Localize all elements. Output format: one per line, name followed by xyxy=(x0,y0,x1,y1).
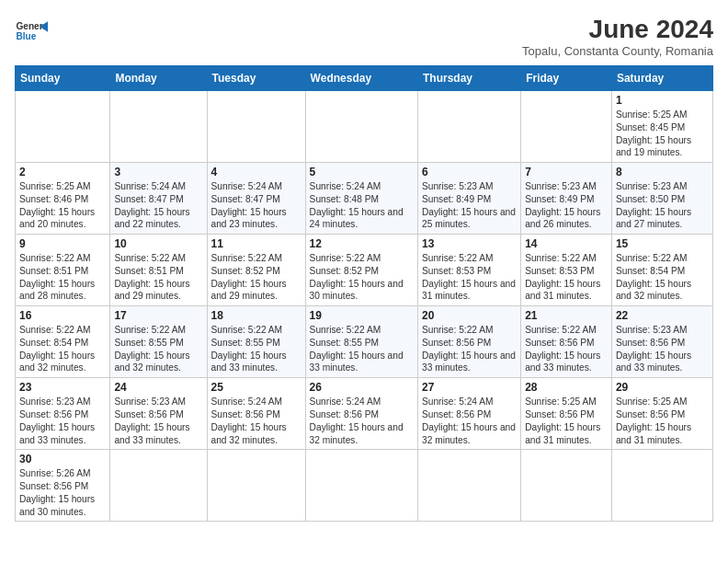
logo-icon: General Blue xyxy=(15,15,48,48)
day-number: 28 xyxy=(525,381,608,394)
calendar-subtitle: Topalu, Constanta County, Romania xyxy=(522,44,713,58)
day-info: Sunrise: 5:22 AM Sunset: 8:55 PM Dayligh… xyxy=(114,324,202,374)
calendar-cell xyxy=(305,450,417,522)
calendar-cell: 9Sunrise: 5:22 AM Sunset: 8:51 PM Daylig… xyxy=(16,235,110,306)
calendar-body: 1Sunrise: 5:25 AM Sunset: 8:45 PM Daylig… xyxy=(16,91,713,522)
calendar-cell xyxy=(305,91,417,163)
day-number: 26 xyxy=(310,381,414,394)
day-info: Sunrise: 5:25 AM Sunset: 8:46 PM Dayligh… xyxy=(19,180,106,231)
day-number: 8 xyxy=(616,166,709,178)
calendar-cell xyxy=(110,450,207,522)
day-info: Sunrise: 5:23 AM Sunset: 8:50 PM Dayligh… xyxy=(616,180,709,231)
day-number: 3 xyxy=(114,166,202,178)
day-number: 17 xyxy=(114,309,202,322)
calendar-cell: 1Sunrise: 5:25 AM Sunset: 8:45 PM Daylig… xyxy=(611,91,712,163)
day-info: Sunrise: 5:24 AM Sunset: 8:47 PM Dayligh… xyxy=(114,180,202,231)
calendar-cell: 19Sunrise: 5:22 AM Sunset: 8:55 PM Dayli… xyxy=(305,306,417,378)
day-info: Sunrise: 5:24 AM Sunset: 8:56 PM Dayligh… xyxy=(310,396,414,446)
calendar-cell xyxy=(207,91,305,163)
day-info: Sunrise: 5:24 AM Sunset: 8:56 PM Dayligh… xyxy=(422,396,517,446)
calendar-cell: 28Sunrise: 5:25 AM Sunset: 8:56 PM Dayli… xyxy=(521,378,612,450)
day-number: 19 xyxy=(310,309,414,322)
day-number: 9 xyxy=(19,237,106,250)
day-number: 2 xyxy=(19,166,106,178)
day-info: Sunrise: 5:22 AM Sunset: 8:55 PM Dayligh… xyxy=(310,324,414,374)
day-number: 21 xyxy=(525,309,608,322)
day-info: Sunrise: 5:22 AM Sunset: 8:56 PM Dayligh… xyxy=(525,324,608,374)
day-number: 20 xyxy=(422,309,517,322)
calendar-cell: 30Sunrise: 5:26 AM Sunset: 8:56 PM Dayli… xyxy=(16,450,110,522)
calendar-cell: 20Sunrise: 5:22 AM Sunset: 8:56 PM Dayli… xyxy=(417,306,520,378)
day-info: Sunrise: 5:23 AM Sunset: 8:49 PM Dayligh… xyxy=(422,180,517,231)
day-info: Sunrise: 5:22 AM Sunset: 8:52 PM Dayligh… xyxy=(211,252,301,303)
calendar-cell: 11Sunrise: 5:22 AM Sunset: 8:52 PM Dayli… xyxy=(207,235,305,306)
calendar-cell: 24Sunrise: 5:23 AM Sunset: 8:56 PM Dayli… xyxy=(110,378,207,450)
day-info: Sunrise: 5:26 AM Sunset: 8:56 PM Dayligh… xyxy=(19,467,106,518)
calendar-cell: 5Sunrise: 5:24 AM Sunset: 8:48 PM Daylig… xyxy=(305,163,417,235)
day-info: Sunrise: 5:22 AM Sunset: 8:51 PM Dayligh… xyxy=(114,252,202,303)
calendar-cell: 10Sunrise: 5:22 AM Sunset: 8:51 PM Dayli… xyxy=(110,235,207,306)
day-number: 12 xyxy=(310,237,414,250)
calendar-cell: 4Sunrise: 5:24 AM Sunset: 8:47 PM Daylig… xyxy=(207,163,305,235)
calendar-cell: 23Sunrise: 5:23 AM Sunset: 8:56 PM Dayli… xyxy=(16,378,110,450)
day-info: Sunrise: 5:25 AM Sunset: 8:56 PM Dayligh… xyxy=(525,396,608,446)
day-number: 5 xyxy=(310,166,414,178)
calendar-cell: 8Sunrise: 5:23 AM Sunset: 8:50 PM Daylig… xyxy=(611,163,712,235)
day-number: 30 xyxy=(19,453,106,465)
day-number: 16 xyxy=(19,309,106,322)
calendar-cell xyxy=(207,450,305,522)
day-info: Sunrise: 5:22 AM Sunset: 8:54 PM Dayligh… xyxy=(616,252,709,303)
calendar-cell xyxy=(521,91,612,163)
calendar-cell: 18Sunrise: 5:22 AM Sunset: 8:55 PM Dayli… xyxy=(207,306,305,378)
day-info: Sunrise: 5:24 AM Sunset: 8:56 PM Dayligh… xyxy=(211,396,301,446)
page-header: General Blue June 2024 Topalu, Constanta… xyxy=(15,15,713,58)
calendar-cell: 3Sunrise: 5:24 AM Sunset: 8:47 PM Daylig… xyxy=(110,163,207,235)
day-info: Sunrise: 5:23 AM Sunset: 8:49 PM Dayligh… xyxy=(525,180,608,231)
day-info: Sunrise: 5:22 AM Sunset: 8:53 PM Dayligh… xyxy=(525,252,608,303)
day-info: Sunrise: 5:22 AM Sunset: 8:53 PM Dayligh… xyxy=(422,252,517,303)
day-number: 13 xyxy=(422,237,517,250)
calendar-cell: 12Sunrise: 5:22 AM Sunset: 8:52 PM Dayli… xyxy=(305,235,417,306)
day-number: 22 xyxy=(616,309,709,322)
header-sunday: Sunday xyxy=(16,66,110,91)
day-number: 6 xyxy=(422,166,517,178)
logo: General Blue xyxy=(15,15,48,48)
day-info: Sunrise: 5:22 AM Sunset: 8:51 PM Dayligh… xyxy=(19,252,106,303)
day-info: Sunrise: 5:22 AM Sunset: 8:55 PM Dayligh… xyxy=(211,324,301,374)
calendar-table: Sunday Monday Tuesday Wednesday Thursday… xyxy=(15,65,713,522)
day-info: Sunrise: 5:23 AM Sunset: 8:56 PM Dayligh… xyxy=(616,324,709,374)
calendar-cell: 15Sunrise: 5:22 AM Sunset: 8:54 PM Dayli… xyxy=(611,235,712,306)
day-number: 7 xyxy=(525,166,608,178)
calendar-cell: 27Sunrise: 5:24 AM Sunset: 8:56 PM Dayli… xyxy=(417,378,520,450)
calendar-header: Sunday Monday Tuesday Wednesday Thursday… xyxy=(16,66,713,91)
day-number: 29 xyxy=(616,381,709,394)
calendar-cell xyxy=(110,91,207,163)
header-saturday: Saturday xyxy=(611,66,712,91)
day-number: 18 xyxy=(211,309,301,322)
calendar-cell: 16Sunrise: 5:22 AM Sunset: 8:54 PM Dayli… xyxy=(16,306,110,378)
calendar-cell xyxy=(417,450,520,522)
calendar-cell: 26Sunrise: 5:24 AM Sunset: 8:56 PM Dayli… xyxy=(305,378,417,450)
calendar-cell xyxy=(611,450,712,522)
calendar-cell: 6Sunrise: 5:23 AM Sunset: 8:49 PM Daylig… xyxy=(417,163,520,235)
header-friday: Friday xyxy=(521,66,612,91)
calendar-cell: 7Sunrise: 5:23 AM Sunset: 8:49 PM Daylig… xyxy=(521,163,612,235)
day-info: Sunrise: 5:24 AM Sunset: 8:48 PM Dayligh… xyxy=(310,180,414,231)
day-number: 15 xyxy=(616,237,709,250)
day-info: Sunrise: 5:22 AM Sunset: 8:52 PM Dayligh… xyxy=(310,252,414,303)
calendar-cell: 2Sunrise: 5:25 AM Sunset: 8:46 PM Daylig… xyxy=(16,163,110,235)
calendar-cell xyxy=(521,450,612,522)
calendar-cell: 13Sunrise: 5:22 AM Sunset: 8:53 PM Dayli… xyxy=(417,235,520,306)
day-info: Sunrise: 5:22 AM Sunset: 8:56 PM Dayligh… xyxy=(422,324,517,374)
weekday-header-row: Sunday Monday Tuesday Wednesday Thursday… xyxy=(16,66,713,91)
day-number: 23 xyxy=(19,381,106,394)
calendar-cell: 29Sunrise: 5:25 AM Sunset: 8:56 PM Dayli… xyxy=(611,378,712,450)
calendar-cell: 14Sunrise: 5:22 AM Sunset: 8:53 PM Dayli… xyxy=(521,235,612,306)
day-info: Sunrise: 5:23 AM Sunset: 8:56 PM Dayligh… xyxy=(114,396,202,446)
day-number: 10 xyxy=(114,237,202,250)
calendar-cell: 17Sunrise: 5:22 AM Sunset: 8:55 PM Dayli… xyxy=(110,306,207,378)
day-info: Sunrise: 5:23 AM Sunset: 8:56 PM Dayligh… xyxy=(19,396,106,446)
header-tuesday: Tuesday xyxy=(207,66,305,91)
calendar-cell: 22Sunrise: 5:23 AM Sunset: 8:56 PM Dayli… xyxy=(611,306,712,378)
day-info: Sunrise: 5:24 AM Sunset: 8:47 PM Dayligh… xyxy=(211,180,301,231)
